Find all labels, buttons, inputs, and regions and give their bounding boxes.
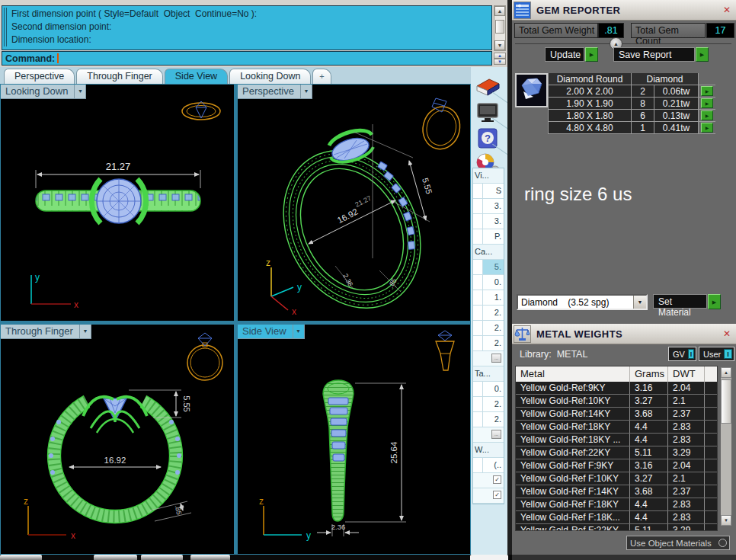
gem-pie-icon[interactable] [474,76,501,97]
svg-text:z: z [259,496,264,507]
svg-text:5.55: 5.55 [182,395,191,411]
material-select-value: Diamond (3.52 spg) [518,296,633,309]
svg-text:5.55: 5.55 [421,177,434,195]
viewport-looking-down[interactable]: Looking Down ▼ [0,84,235,322]
chevron-down-icon[interactable]: ▼ [293,325,304,338]
svg-text:2.36: 2.36 [331,523,346,531]
metal-row[interactable]: Yellow Gold-Ref F:18KY4.42.83 [516,498,717,511]
save-report-run-icon[interactable]: ▶ [696,47,709,62]
close-icon[interactable]: ✕ [720,328,734,341]
viewport-perspective[interactable]: Perspective ▼ [237,84,471,322]
metal-table-scrollbar[interactable]: ▲ ▼ [721,367,731,526]
viewport-label-through-finger[interactable]: Through Finger ▼ [1,325,91,339]
metal-weights-icon [514,325,531,343]
viewport-through-finger[interactable]: Through Finger ▼ [0,324,235,555]
gem-reporter-titlebar[interactable]: GEM REPORTER ✕ [512,0,736,21]
metal-table-header: Metal Grams DWT [516,366,717,382]
prop-row[interactable]: 3. [473,199,504,214]
scroll-down-icon[interactable]: ▼ [721,515,731,526]
gem-select-icon[interactable]: ▶ [701,123,713,133]
console-line: Dimension location: [11,34,488,46]
prop-row[interactable]: 3. [473,214,504,229]
metal-row[interactable]: Yellow Gold-Ref F:9KY3.162.04 [516,459,717,472]
gem-select-icon[interactable]: ▶ [701,98,713,108]
add-tab-button[interactable]: + [312,69,331,84]
prop-row[interactable]: 2. [473,321,504,336]
material-select[interactable]: Diamond (3.52 spg) ▼ [517,294,648,310]
taskbar-button[interactable] [94,555,137,560]
spinner-down-icon[interactable]: ▼ [494,59,506,65]
panel-grip [6,8,7,46]
chevron-down-icon[interactable]: ▼ [633,296,646,309]
prop-row-selected[interactable]: 5. [473,260,504,275]
set-material-button[interactable]: Set Material [653,294,707,309]
metal-row[interactable]: Yellow Gold-Ref F:10KY3.272.1 [516,472,717,485]
radio-icon [718,539,727,547]
scroll-up-icon[interactable]: ▲ [721,367,731,378]
spinner-up-icon[interactable]: ▲ [494,53,506,59]
console-spinner[interactable]: ▲ ▼ [494,53,506,66]
tab-through-finger[interactable]: Through Finger [76,69,162,84]
update-button[interactable]: Update [545,47,584,62]
side-tool-strip: ? Vi... S 3. 3. P. Ca... 5. 0. 1. 2. 2. … [471,67,507,560]
tab-perspective[interactable]: Perspective [4,69,75,84]
chevron-down-icon[interactable]: ▼ [79,325,91,338]
taskbar-button[interactable] [0,555,42,560]
prop-row[interactable]: 2. [473,336,504,351]
set-material-run-icon[interactable]: ▶ [708,294,721,309]
monitor-icon[interactable] [474,102,501,123]
prop-row[interactable]: 0. [473,382,504,397]
prop-row[interactable]: 2. [473,412,504,427]
prop-row[interactable]: 2. [473,306,504,321]
use-object-materials-button[interactable]: Use Object Materials [626,536,730,550]
tab-looking-down[interactable]: Looking Down [229,69,311,84]
console-scrollbar[interactable]: ▲ ▼ [494,5,506,51]
viewport-side-view[interactable]: Side View ▼ [237,324,471,555]
prop-row[interactable]: S [473,184,504,199]
prop-row[interactable]: 0. [473,275,504,290]
prop-section-target: Ta... [473,366,504,382]
metal-weights-titlebar[interactable]: METAL WEIGHTS ✕ [512,324,736,344]
taskbar-button[interactable] [141,555,183,560]
gem-select-icon[interactable]: ▶ [701,110,713,120]
metal-row[interactable]: Yellow Gold-Ref:22KY5.113.29 [516,446,717,459]
metal-row[interactable]: Yellow Gold-Ref:14KY3.682.37 [516,408,717,421]
prop-row[interactable]: P. [473,229,504,245]
tab-side-view[interactable]: Side View [165,69,228,84]
gv-toggle[interactable]: GV I [668,347,696,361]
prop-row[interactable]: 1. [473,290,504,306]
scroll-down-icon[interactable]: ▼ [494,40,505,50]
command-prompt-label: Command: [5,53,55,64]
prop-row[interactable]: 2. [473,397,504,412]
scroll-up-icon[interactable]: ▲ [494,6,505,16]
prop-row-checkbox[interactable]: ✓ [473,473,504,488]
prop-row-button[interactable]: ... [473,351,504,366]
prop-row[interactable]: (.. [473,458,504,473]
app-window: First dimension point ( Style=Default Ob… [0,0,736,560]
update-run-icon[interactable]: ▶ [585,47,598,62]
gem-select-icon[interactable]: ▶ [701,86,713,96]
metal-row[interactable]: Yellow Gold-Ref:10KY3.272.1 [516,395,717,408]
user-toggle[interactable]: User I [699,347,734,361]
scrollbar-thumb[interactable] [495,20,504,34]
chevron-down-icon[interactable]: ▼ [300,85,312,98]
prop-row-checkbox[interactable]: ✓ [473,488,504,504]
save-report-button[interactable]: Save Report [613,47,695,62]
metal-row[interactable]: Yellow Gold-Ref:18KY ...4.42.83 [516,434,717,446]
prop-row-button[interactable]: ... [473,427,504,443]
command-input[interactable]: Command: [2,51,492,66]
metal-row[interactable]: Yellow Gold-Ref:9KY3.162.04 [516,382,717,395]
metal-row[interactable]: Yellow Gold-Ref F:18K...4.42.83 [516,511,717,524]
close-icon[interactable]: ✕ [720,4,734,17]
help-icon[interactable]: ? [474,128,501,149]
metal-row-clipped[interactable]: Yellow Gold-Ref F:22KY5.113.29 [516,524,717,531]
metal-row[interactable]: Yellow Gold-Ref:18KY4.42.83 [516,421,717,434]
viewport-label-looking-down[interactable]: Looking Down ▼ [1,85,86,99]
viewport-label-side-view[interactable]: Side View ▼ [238,325,305,339]
chevron-down-icon[interactable]: ▼ [74,85,85,98]
metal-row[interactable]: Yellow Gold-Ref F:14KY3.682.37 [516,485,717,498]
viewport-label-perspective[interactable]: Perspective ▼ [238,85,312,99]
taskbar-button[interactable] [470,555,508,560]
taskbar-button[interactable] [190,555,230,560]
scrollbar-thumb[interactable] [721,379,731,424]
